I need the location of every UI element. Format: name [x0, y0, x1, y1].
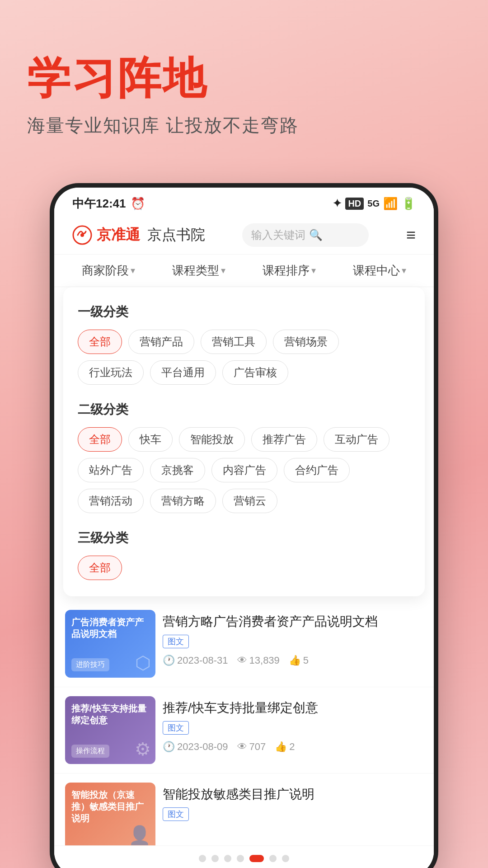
content-info-3: 智能投放敏感类目推广说明 图文: [155, 783, 423, 830]
content-type-badge-3: 图文: [163, 807, 189, 821]
content-title-2: 推荐/快车支持批量绑定创意: [163, 699, 416, 717]
dot-1: [199, 855, 206, 862]
hd-badge: HD: [345, 198, 364, 210]
filter-level1: 一级分类 全部 营销产品 营销工具 营销场景 行业玩法 平台通用 广告审核: [78, 303, 410, 385]
cat-nav-merchant[interactable]: 商家阶段 ▾: [82, 263, 135, 278]
tag-level2-strategy[interactable]: 营销方略: [150, 489, 216, 513]
tag-level1-industry[interactable]: 行业玩法: [78, 360, 144, 385]
thumb-decoration-icon: ⬡: [135, 652, 151, 673]
tag-level2-recommend[interactable]: 推荐广告: [251, 427, 317, 452]
search-icon: 🔍: [309, 229, 323, 241]
tag-level3-all[interactable]: 全部: [78, 556, 122, 580]
thumb-badge-1: 进阶技巧: [71, 658, 109, 671]
dot-4: [237, 855, 244, 862]
content-thumbnail-1: 广告消费者资产产品说明文档 进阶技巧 ⬡: [65, 610, 155, 678]
tag-level2-interactive[interactable]: 互动广告: [324, 427, 389, 452]
thumb-title-1: 广告消费者资产产品说明文档: [71, 616, 149, 640]
tag-level2-contract[interactable]: 合约广告: [284, 458, 350, 482]
logo-icon: [72, 225, 92, 245]
menu-icon[interactable]: ≡: [406, 226, 416, 245]
page-wrapper: 学习阵地 海量专业知识库 让投放不走弯路 中午12:41 ⏰ ✦ HD 5G 📶…: [0, 0, 488, 868]
tag-level1-all[interactable]: 全部: [78, 330, 122, 354]
thumb-up-icon: 👍: [275, 741, 287, 753]
tag-level2-all[interactable]: 全部: [78, 427, 122, 452]
alarm-icon: ⏰: [131, 197, 145, 211]
filter-level2: 二级分类 全部 快车 智能投放 推荐广告 互动广告 站外广告 京挑客 内容广告 …: [78, 401, 410, 513]
content-likes-1: 👍 5: [289, 655, 309, 666]
dot-2: [211, 855, 219, 862]
list-item[interactable]: 智能投放（京速推）敏感类目推广说明 👤 智能投放敏感类目推广说明 图文: [54, 774, 434, 846]
content-date-2: 🕐 2023-08-09: [163, 741, 228, 753]
content-title-3: 智能投放敏感类目推广说明: [163, 785, 416, 803]
status-time: 中午12:41: [72, 196, 126, 212]
search-placeholder: 输入关键词: [251, 228, 305, 242]
content-meta-2: 🕐 2023-08-09 👁 707 👍 2: [163, 741, 416, 753]
filter-level1-label: 一级分类: [78, 303, 410, 321]
tag-level1-marketing-product[interactable]: 营销产品: [128, 330, 194, 354]
signal-bars: 📶: [383, 197, 398, 211]
chevron-down-icon: ▾: [221, 265, 225, 276]
filter-panel: 一级分类 全部 营销产品 营销工具 营销场景 行业玩法 平台通用 广告审核 二级…: [63, 287, 425, 596]
thumb-up-icon: 👍: [289, 655, 301, 666]
tag-level2-activity[interactable]: 营销活动: [78, 489, 144, 513]
dot-7: [282, 855, 289, 862]
tag-level2-offsite[interactable]: 站外广告: [78, 458, 144, 482]
dot-6: [269, 855, 277, 862]
filter-level3-tags: 全部: [78, 556, 410, 580]
tag-level1-marketing-scene[interactable]: 营销场景: [273, 330, 339, 354]
app-logo: 京准通 京点书院: [72, 225, 205, 245]
list-item[interactable]: 推荐/快车支持批量绑定创意 操作流程 ⚙ 推荐/快车支持批量绑定创意 图文 🕐 …: [54, 687, 434, 774]
content-type-badge-1: 图文: [163, 635, 189, 648]
dot-5-active: [249, 855, 264, 862]
content-meta-1: 🕐 2023-08-31 👁 13,839 👍 5: [163, 655, 416, 666]
thumb-title-3: 智能投放（京速推）敏感类目推广说明: [71, 789, 149, 824]
eye-icon: 👁: [237, 655, 247, 666]
content-info-1: 营销方略广告消费者资产产品说明文档 图文 🕐 2023-08-31 👁 13,8…: [155, 610, 423, 669]
content-info-2: 推荐/快车支持批量绑定创意 图文 🕐 2023-08-09 👁 707 👍: [155, 696, 423, 755]
bluetooth-icon: ✦: [333, 197, 342, 210]
content-type-badge-2: 图文: [163, 721, 189, 735]
cat-nav-course-type[interactable]: 课程类型 ▾: [172, 263, 225, 278]
content-views-2: 👁 707: [237, 741, 266, 753]
page-header: 学习阵地 海量专业知识库 让投放不走弯路: [0, 0, 488, 165]
category-nav: 商家阶段 ▾ 课程类型 ▾ 课程排序 ▾ 课程中心 ▾: [54, 255, 434, 287]
filter-level2-tags: 全部 快车 智能投放 推荐广告 互动广告 站外广告 京挑客 内容广告 合约广告 …: [78, 427, 410, 513]
dot-3: [224, 855, 231, 862]
cat-nav-course-center[interactable]: 课程中心 ▾: [353, 263, 406, 278]
tag-level2-content[interactable]: 内容广告: [211, 458, 277, 482]
status-right: ✦ HD 5G 📶 🔋: [333, 197, 416, 211]
chevron-down-icon: ▾: [131, 265, 135, 276]
svg-point-1: [80, 233, 84, 237]
pagination-dots: [54, 846, 434, 868]
filter-level3-label: 三级分类: [78, 529, 410, 547]
chevron-down-icon: ▾: [311, 265, 316, 276]
tag-level1-ad-review[interactable]: 广告审核: [222, 360, 288, 385]
thumb-decoration-icon: 👤: [128, 825, 151, 846]
content-title-1: 营销方略广告消费者资产产品说明文档: [163, 613, 416, 630]
chevron-down-icon: ▾: [402, 265, 406, 276]
filter-level1-tags: 全部 营销产品 营销工具 营销场景 行业玩法 平台通用 广告审核: [78, 330, 410, 385]
content-date-1: 🕐 2023-08-31: [163, 655, 228, 666]
logo-main: 京准通: [97, 225, 140, 245]
search-box[interactable]: 输入关键词 🔍: [242, 223, 369, 247]
tag-level2-cloud[interactable]: 营销云: [222, 489, 277, 513]
filter-level2-label: 二级分类: [78, 401, 410, 418]
thumb-decoration-icon: ⚙: [135, 739, 151, 760]
page-title: 学习阵地: [27, 54, 461, 102]
list-item[interactable]: 广告消费者资产产品说明文档 进阶技巧 ⬡ 营销方略广告消费者资产产品说明文档 图…: [54, 601, 434, 687]
thumb-title-2: 推荐/快车支持批量绑定创意: [71, 703, 149, 726]
app-navbar: 京准通 京点书院 输入关键词 🔍 ≡: [54, 216, 434, 255]
cat-nav-course-order[interactable]: 课程排序 ▾: [263, 263, 316, 278]
page-subtitle: 海量专业知识库 让投放不走弯路: [27, 113, 461, 138]
tag-level2-jiaotiao[interactable]: 京挑客: [150, 458, 205, 482]
tag-level2-kuaiche[interactable]: 快车: [128, 427, 173, 452]
battery-icon: 🔋: [401, 197, 416, 211]
tag-level2-smart[interactable]: 智能投放: [179, 427, 245, 452]
tag-level1-platform[interactable]: 平台通用: [150, 360, 216, 385]
filter-level3: 三级分类 全部: [78, 529, 410, 580]
status-left: 中午12:41 ⏰: [72, 196, 145, 212]
content-thumbnail-2: 推荐/快车支持批量绑定创意 操作流程 ⚙: [65, 696, 155, 764]
content-views-1: 👁 13,839: [237, 655, 280, 666]
tag-level1-marketing-tool[interactable]: 营销工具: [201, 330, 267, 354]
logo-sub: 京点书院: [147, 225, 205, 245]
